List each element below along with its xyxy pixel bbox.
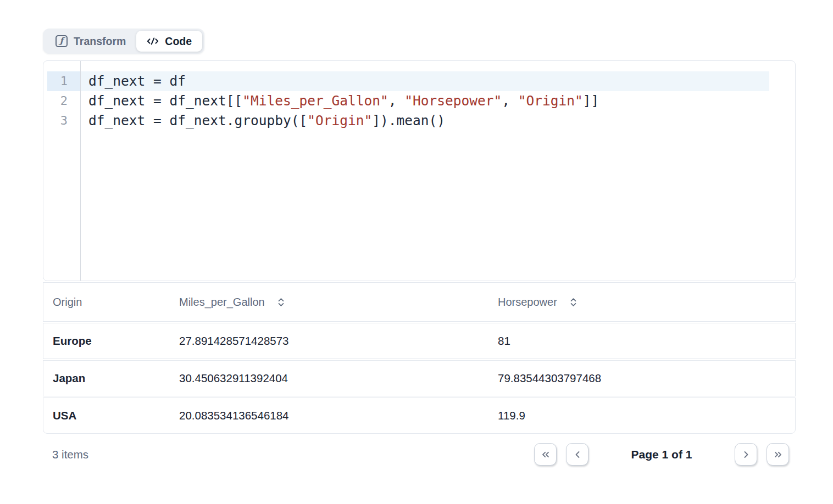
code-line: 2 df_next = df_next[["Miles_per_Gallon",… [47, 91, 769, 111]
function-square-icon: ƒ [55, 35, 68, 47]
table-header-row: Origin Miles_per_Gallon Horsepower [43, 282, 796, 322]
cell-origin: Japan [43, 372, 170, 385]
page-indicator: Page 1 of 1 [598, 448, 725, 461]
last-page-button[interactable] [767, 443, 789, 466]
line-number: 1 [47, 71, 80, 91]
column-label: Miles_per_Gallon [179, 296, 265, 309]
items-count: 3 items [43, 448, 534, 461]
cell-origin: Europe [43, 334, 170, 348]
view-tab-bar: ƒ Transform Code [43, 29, 204, 54]
tab-transform[interactable]: ƒ Transform [45, 31, 136, 52]
column-label: Origin [53, 296, 82, 309]
cell-horsepower: 119.9 [488, 409, 795, 422]
line-number: 2 [47, 91, 80, 111]
chevrons-right-icon [773, 449, 784, 460]
code-editor[interactable]: 1 df_next = df 2 df_next = df_next[["Mil… [43, 60, 796, 281]
tab-code[interactable]: Code [136, 31, 202, 52]
tab-code-label: Code [165, 35, 192, 48]
pagination-bar: 3 items Page 1 of 1 [43, 443, 796, 466]
result-table: Origin Miles_per_Gallon Horsepower [43, 282, 796, 434]
chevron-left-icon [572, 449, 583, 460]
cell-miles-per-gallon: 27.891428571428573 [170, 334, 488, 348]
chevrons-up-down-icon[interactable] [276, 297, 286, 307]
code-icon [147, 35, 159, 47]
cell-horsepower: 79.83544303797468 [488, 372, 795, 385]
column-header-horsepower[interactable]: Horsepower [488, 296, 795, 309]
table-body: Europe 27.891428571428573 81 Japan 30.45… [43, 323, 796, 434]
cell-miles-per-gallon: 20.083534136546184 [170, 409, 488, 422]
cell-miles-per-gallon: 30.450632911392404 [170, 372, 488, 385]
table-row[interactable]: USA 20.083534136546184 119.9 [43, 397, 796, 434]
column-header-miles-per-gallon[interactable]: Miles_per_Gallon [170, 296, 488, 309]
tab-transform-label: Transform [74, 35, 126, 48]
cell-origin: USA [43, 409, 170, 422]
prev-page-button[interactable] [566, 443, 588, 466]
dataframe-transform-panel: ƒ Transform Code 1 df_next = df 2 df_nex… [0, 0, 833, 466]
code-line: 1 df_next = df [47, 71, 769, 91]
code-text: df_next = df [80, 71, 769, 91]
chevrons-up-down-icon[interactable] [568, 297, 579, 307]
first-page-button[interactable] [534, 443, 557, 466]
pager-controls: Page 1 of 1 [534, 443, 789, 466]
gutter-separator [80, 61, 81, 281]
code-lines: 1 df_next = df 2 df_next = df_next[["Mil… [47, 61, 769, 131]
column-header-origin[interactable]: Origin [43, 296, 170, 309]
line-number: 3 [47, 111, 80, 131]
table-row[interactable]: Japan 30.450632911392404 79.835443037974… [43, 360, 796, 396]
chevron-right-icon [741, 449, 752, 460]
code-line: 3 df_next = df_next.groupby(["Origin"]).… [47, 111, 769, 131]
column-label: Horsepower [498, 296, 557, 309]
code-text: df_next = df_next[["Miles_per_Gallon", "… [80, 91, 769, 111]
chevrons-left-icon [540, 449, 551, 460]
code-text: df_next = df_next.groupby(["Origin"]).me… [80, 111, 769, 131]
cell-horsepower: 81 [488, 334, 795, 348]
table-row[interactable]: Europe 27.891428571428573 81 [43, 323, 796, 359]
next-page-button[interactable] [735, 443, 757, 466]
